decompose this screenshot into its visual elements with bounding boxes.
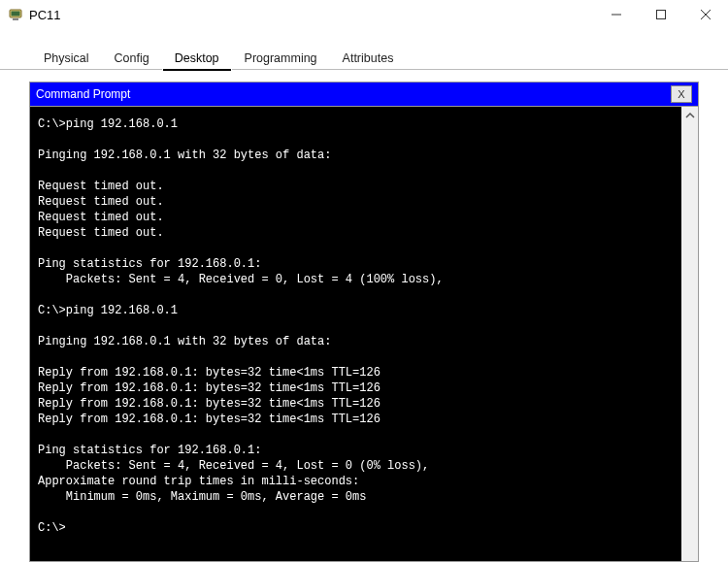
command-prompt-close-button[interactable]: X (671, 85, 692, 103)
tab-desktop[interactable]: Desktop (162, 47, 232, 70)
window-title: PC11 (29, 8, 594, 22)
desktop-content: Command Prompt X C:\>ping 192.168.0.1 Pi… (0, 70, 728, 562)
command-prompt-output[interactable]: C:\>ping 192.168.0.1 Pinging 192.168.0.1… (30, 107, 681, 561)
command-prompt-titlebar[interactable]: Command Prompt X (29, 82, 699, 107)
scrollbar[interactable] (681, 107, 698, 561)
minimize-button[interactable] (594, 0, 639, 29)
tab-label: Desktop (175, 51, 219, 65)
svg-rect-2 (13, 18, 18, 20)
tab-label: Config (115, 51, 149, 65)
close-icon: X (678, 88, 684, 100)
tab-physical[interactable]: Physical (31, 47, 102, 70)
tab-label: Attributes (343, 51, 394, 65)
tab-label: Programming (245, 51, 317, 65)
scroll-up-icon[interactable] (685, 111, 695, 122)
svg-rect-4 (657, 11, 666, 19)
pc-icon (8, 7, 23, 22)
tabs-bar: PhysicalConfigDesktopProgrammingAttribut… (0, 47, 728, 70)
pc-window: PC11 PhysicalConfigDesktopProgrammingAtt… (0, 0, 728, 562)
command-prompt-frame: C:\>ping 192.168.0.1 Pinging 192.168.0.1… (29, 107, 699, 562)
close-button[interactable] (683, 0, 728, 29)
tab-config[interactable]: Config (102, 47, 162, 70)
tab-label: Physical (44, 51, 89, 65)
command-prompt-title: Command Prompt (36, 87, 671, 101)
svg-rect-1 (12, 12, 20, 17)
maximize-button[interactable] (639, 0, 683, 29)
tab-programming[interactable]: Programming (232, 47, 330, 70)
window-controls (594, 0, 728, 29)
tab-attributes[interactable]: Attributes (330, 47, 407, 70)
titlebar[interactable]: PC11 (0, 0, 728, 29)
